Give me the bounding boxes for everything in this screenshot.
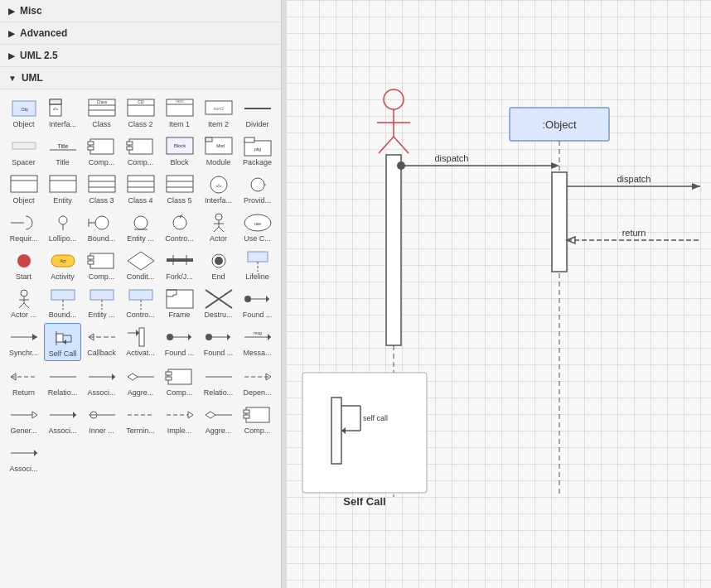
shape-item-assoc3[interactable]: Associ...: [5, 439, 42, 475]
shape-item-entity2[interactable]: Entity ...: [122, 209, 159, 245]
shape-item-bound2[interactable]: Bound...: [44, 285, 81, 321]
shape-item-end[interactable]: End: [200, 247, 237, 283]
shape-item-usec[interactable]: useUse C...: [239, 209, 276, 245]
shape-item-class[interactable]: ClassClass: [83, 94, 120, 131]
svg-rect-113: [139, 328, 144, 346]
shape-item-activity[interactable]: ActActivity: [44, 247, 81, 283]
diagram-canvas[interactable]: :Object dispatch dispatch return self ca…: [286, 0, 711, 588]
shape-item-interfa2[interactable]: «I»Interfa...: [200, 171, 237, 207]
shape-icon-entity2: [126, 211, 156, 234]
shape-item-package[interactable]: pkgPackage: [239, 133, 276, 169]
svg-rect-26: [127, 142, 133, 145]
shape-icon-start: [9, 249, 39, 272]
shape-label-assoc2: Associ...: [48, 427, 76, 435]
shape-item-lifeline[interactable]: Lifeline: [239, 247, 276, 283]
svg-text:item: item: [176, 99, 183, 104]
shape-item-item1[interactable]: itemItem 1: [161, 94, 198, 131]
shape-item-frame[interactable]: Frame: [161, 285, 198, 321]
shape-item-actor[interactable]: Actor: [200, 209, 237, 245]
shape-item-boundary[interactable]: Bound...: [83, 209, 120, 245]
shape-item-relatio[interactable]: Relatio...: [44, 363, 81, 399]
shape-item-entity3[interactable]: Entity ...: [83, 285, 120, 321]
shape-item-provid[interactable]: Provid...: [239, 171, 276, 207]
shape-item-selfcall[interactable]: Self Call: [44, 323, 81, 361]
shape-label-end: End: [211, 272, 225, 281]
shape-icon-package: pkg: [243, 135, 273, 158]
shape-item-assoc2[interactable]: Associ...: [44, 401, 81, 437]
shape-icon-item2: item2: [204, 97, 234, 120]
shape-item-imple[interactable]: Imple...: [161, 401, 198, 437]
shape-item-comp1[interactable]: Comp...: [83, 133, 120, 169]
shape-icon-comp2: [126, 135, 156, 158]
shape-item-return[interactable]: Return: [5, 363, 42, 399]
shape-item-class4[interactable]: Class 4: [122, 171, 159, 207]
shape-item-comp4[interactable]: Comp...: [161, 363, 198, 399]
shape-item-module[interactable]: ModModule: [200, 133, 237, 169]
shape-icon-aggre2: [204, 403, 234, 427]
svg-rect-23: [88, 142, 94, 145]
shape-item-callback[interactable]: Callback: [83, 323, 120, 361]
shape-icon-selfcall: [48, 326, 78, 349]
section-uml[interactable]: ▼ UML: [0, 67, 281, 89]
svg-text:«I»: «I»: [215, 183, 221, 188]
shape-item-actor2[interactable]: Actor ...: [5, 285, 42, 321]
diagram-svg: :Object dispatch dispatch return self ca…: [286, 0, 711, 588]
shape-item-divider[interactable]: Divider: [239, 94, 276, 131]
shape-item-start[interactable]: Start: [5, 247, 42, 283]
shape-item-object2[interactable]: Object: [5, 171, 42, 207]
shape-item-found2[interactable]: Found ...: [161, 323, 198, 361]
shape-item-synchr[interactable]: Synchr...: [5, 323, 42, 361]
shape-item-spacer[interactable]: Spacer: [5, 133, 42, 169]
shape-item-found3[interactable]: Found ...: [200, 323, 237, 361]
shape-icon-provid: [243, 173, 273, 196]
shape-item-title[interactable]: TitleTitle: [44, 133, 81, 169]
section-advanced[interactable]: ▶ Advanced: [0, 22, 281, 45]
shape-label-entity3: Entity ...: [88, 311, 115, 319]
shape-item-forkj[interactable]: Fork/J...: [161, 247, 198, 283]
section-uml25[interactable]: ▶ UML 2.5: [0, 45, 281, 67]
shape-item-inner[interactable]: Inner ...: [83, 401, 120, 437]
svg-line-89: [19, 303, 24, 308]
shape-label-class: Class: [92, 120, 111, 128]
shape-icon-boundary: [87, 211, 117, 234]
svg-text::Object: :Object: [542, 118, 577, 131]
shape-icon-class: Class: [87, 97, 117, 120]
shape-icon-item1: item: [165, 97, 195, 120]
shape-item-require[interactable]: Requir...: [5, 209, 42, 245]
shape-icon-actor: [204, 211, 234, 234]
shape-item-interface[interactable]: «I»Interfa...: [44, 94, 81, 131]
shape-item-class3[interactable]: Class 3: [83, 171, 120, 207]
shape-item-class5[interactable]: Class 5: [161, 171, 198, 207]
shape-item-object[interactable]: :ObjObject: [5, 94, 42, 131]
svg-line-159: [394, 137, 409, 153]
shape-item-comp3[interactable]: Comp...: [83, 247, 120, 283]
shape-item-gener[interactable]: Gener...: [5, 401, 42, 437]
shape-item-assoc1[interactable]: Associ...: [83, 363, 120, 399]
svg-rect-19: [12, 142, 36, 149]
shape-item-comp5[interactable]: Comp...: [239, 401, 276, 437]
shape-label-package: Package: [243, 158, 272, 166]
shape-item-found[interactable]: Found ...: [239, 285, 276, 321]
shape-item-destru[interactable]: Destru...: [200, 285, 237, 321]
shape-label-activity: Activity: [51, 272, 75, 281]
shape-item-relatio2[interactable]: Relatio...: [200, 363, 237, 399]
shape-item-condit[interactable]: Condit...: [122, 247, 159, 283]
shape-item-contro2[interactable]: Contro...: [122, 285, 159, 321]
shape-item-comp2[interactable]: Comp...: [122, 133, 159, 169]
shape-label-class5: Class 5: [167, 196, 191, 205]
svg-marker-171: [692, 183, 700, 190]
shape-item-class2[interactable]: Cl2Class 2: [122, 94, 159, 131]
shape-item-aggre1[interactable]: Aggre...: [122, 363, 159, 399]
shape-item-block[interactable]: BlockBlock: [161, 133, 198, 169]
svg-marker-102: [266, 296, 269, 302]
shape-item-control[interactable]: Contro...: [161, 209, 198, 245]
shape-item-messa[interactable]: msgMessa...: [239, 323, 276, 361]
shape-item-lollipop[interactable]: Lollipo...: [44, 209, 81, 245]
shape-item-item2[interactable]: item2Item 2: [200, 94, 237, 131]
shape-item-aggre2[interactable]: Aggre...: [200, 401, 237, 437]
shape-item-termin[interactable]: Termin...: [122, 401, 159, 437]
shape-item-activat[interactable]: Activat...: [122, 323, 159, 361]
section-misc[interactable]: ▶ Misc: [0, 0, 281, 22]
shape-item-depen[interactable]: Depen...: [239, 363, 276, 399]
shape-item-entity[interactable]: Entity: [44, 171, 81, 207]
